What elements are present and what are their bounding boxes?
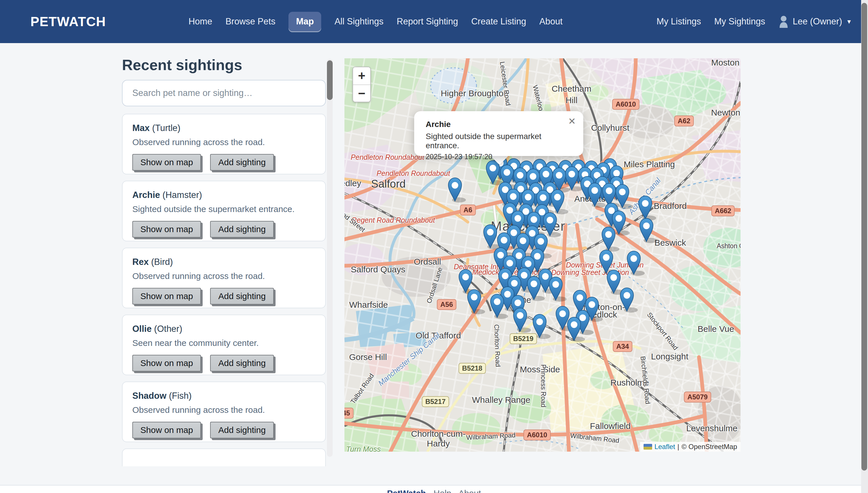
pet-description: Observed running across the road. [132, 405, 316, 415]
nav-item-about[interactable]: About [539, 16, 563, 27]
popup-timestamp: 2025-10-23 19:57:20 [426, 153, 572, 161]
add-sighting-button[interactable]: Add sighting [210, 154, 274, 171]
user-avatar-icon [778, 15, 789, 28]
show-on-map-button[interactable]: Show on map [132, 154, 201, 171]
sightings-list: Max (Turtle) Observed running across the… [122, 114, 326, 466]
pet-description: Seen near the community center. [132, 338, 316, 348]
osm-link[interactable]: © OpenStreetMap [681, 443, 737, 451]
close-icon[interactable]: ✕ [568, 116, 576, 127]
map-pin-marker[interactable] [549, 277, 567, 302]
popup-pet-name: Archie [426, 120, 572, 129]
pet-description: Sighted outside the supermarket entrance… [132, 204, 316, 214]
show-on-map-button[interactable]: Show on map [132, 422, 201, 438]
pet-card-max: Max (Turtle) Observed running across the… [122, 114, 326, 174]
brand-logo: PETWATCH [30, 14, 106, 29]
nav-right: My Listings My Sightings Lee (Owner) ▾ [657, 15, 851, 28]
search-input[interactable] [122, 80, 326, 106]
user-name: Lee (Owner) [793, 16, 842, 27]
pet-species: (Hamster) [162, 190, 202, 200]
footer: PetWatch · Help · About [0, 486, 868, 493]
add-sighting-button[interactable]: Add sighting [210, 288, 274, 304]
nav-item-report-sighting[interactable]: Report Sighting [397, 16, 458, 27]
pet-name: Max (Turtle) [132, 123, 316, 133]
add-sighting-button[interactable]: Add sighting [210, 422, 274, 438]
pet-species: (Turtle) [152, 123, 181, 133]
navbar: PETWATCH Home Browse Pets Map All Sighti… [0, 0, 868, 43]
nav-links: Home Browse Pets Map All Sightings Repor… [188, 12, 563, 31]
zoom-out-button[interactable]: − [353, 84, 370, 102]
nav-item-my-listings[interactable]: My Listings [657, 16, 701, 27]
ukraine-flag-icon [643, 444, 652, 450]
map-pin-marker[interactable] [639, 196, 656, 221]
zoom-in-button[interactable]: + [353, 67, 370, 84]
pet-species: (Bird) [151, 257, 173, 267]
pet-name: Rex (Bird) [132, 257, 316, 267]
sighting-popup: Archie Sighted outside the supermarket e… [414, 111, 583, 156]
pet-name: Archie (Hamster) [132, 190, 316, 200]
map-pin-marker[interactable] [543, 213, 561, 237]
page-scrollbar-thumb[interactable] [861, 3, 867, 471]
chevron-down-icon: ▾ [847, 18, 851, 26]
map-attribution: Leaflet | © OpenStreetMap [640, 442, 740, 452]
map-pin-marker[interactable] [448, 178, 466, 202]
pet-card-archie: Archie (Hamster) Sighted outside the sup… [122, 181, 326, 241]
map-pin-marker[interactable] [620, 288, 638, 313]
map-pin-marker[interactable] [551, 190, 568, 214]
pet-description: Observed running across the road. [132, 137, 316, 147]
sidebar-scrollbar-track[interactable] [327, 59, 333, 457]
sidebar-scrollbar-thumb[interactable] [327, 60, 333, 100]
show-on-map-button[interactable]: Show on map [132, 355, 201, 371]
pet-description: Observed running across the road. [132, 271, 316, 281]
add-sighting-button[interactable]: Add sighting [210, 355, 274, 371]
user-menu[interactable]: Lee (Owner) ▾ [778, 15, 851, 28]
add-sighting-button[interactable]: Add sighting [210, 221, 274, 238]
map-pin-marker[interactable] [533, 314, 551, 339]
pet-name: Shadow (Fish) [132, 391, 316, 401]
recent-sightings-panel: Recent sightings Max (Turtle) Observed r… [122, 56, 326, 466]
nav-item-my-sightings[interactable]: My Sightings [714, 16, 765, 27]
pet-name: Ollie (Other) [132, 324, 316, 334]
page-title: Recent sightings [122, 56, 326, 73]
nav-item-all-sightings[interactable]: All Sightings [335, 16, 384, 27]
nav-item-browse-pets[interactable]: Browse Pets [225, 16, 275, 27]
pet-card-shadow: Shadow (Fish) Observed running across th… [122, 382, 326, 442]
map-pin-marker[interactable] [640, 218, 657, 243]
attribution-separator: | [678, 443, 679, 451]
show-on-map-button[interactable]: Show on map [132, 288, 201, 304]
map-container[interactable]: MostonHigher BroughtonCheethamHillNewton… [344, 58, 740, 452]
pet-card-ollie: Ollie (Other) Seen near the community ce… [122, 315, 326, 375]
map-zoom-control: + − [352, 67, 371, 102]
footer-text: PetWatch · Help · About [387, 488, 481, 493]
popup-description: Sighted outside the supermarket entrance… [426, 132, 572, 150]
nav-item-map[interactable]: Map [289, 12, 321, 31]
nav-item-create-listing[interactable]: Create Listing [471, 16, 526, 27]
map-pin-marker[interactable] [602, 227, 619, 252]
pet-species: (Other) [154, 324, 182, 334]
map-pin-marker[interactable] [627, 251, 645, 276]
pet-card-partial [122, 448, 326, 466]
pet-species: (Fish) [169, 391, 191, 401]
pet-card-rex: Rex (Bird) Observed running across the r… [122, 248, 326, 308]
leaflet-link[interactable]: Leaflet [655, 443, 675, 451]
map-pin-marker[interactable] [467, 290, 485, 314]
map-pin-marker[interactable] [513, 308, 531, 333]
nav-item-home[interactable]: Home [188, 16, 212, 27]
show-on-map-button[interactable]: Show on map [132, 221, 201, 238]
